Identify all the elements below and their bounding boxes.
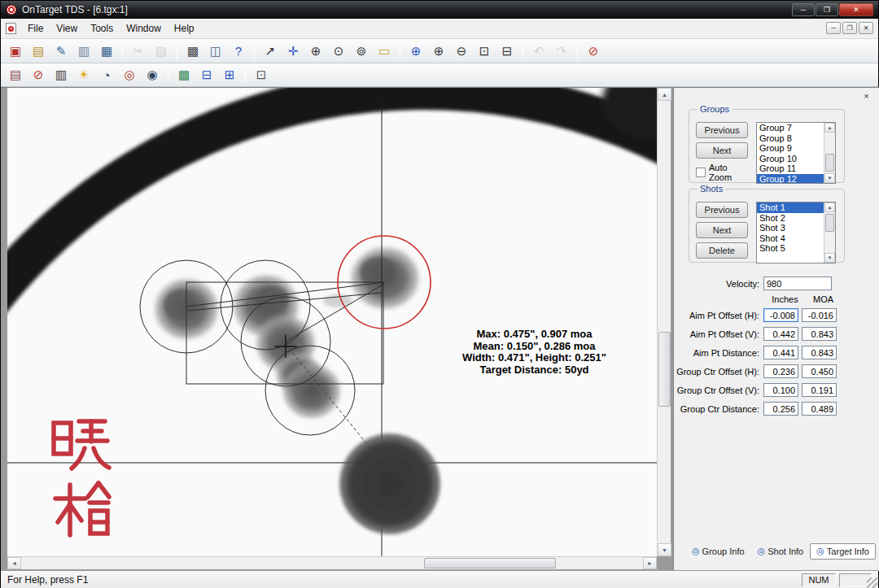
shots-list[interactable]: Shot 1 Shot 2 Shot 3 Shot 4 Shot 5 ▲ ▼ <box>756 202 836 264</box>
group-ctr-distance-moa[interactable] <box>802 402 837 416</box>
detect-shots-icon[interactable]: ⊙ <box>328 41 349 61</box>
new-target-icon[interactable]: ▣ <box>5 41 26 61</box>
shot-list-item[interactable]: Shot 5 <box>757 243 824 254</box>
print-preview-icon[interactable]: ◫ <box>205 41 226 61</box>
horizontal-scroll-thumb[interactable] <box>424 558 556 568</box>
aim-pt-offset-v-inches[interactable] <box>763 327 798 341</box>
shots-previous-button[interactable]: Previous <box>696 202 748 218</box>
print-report-icon[interactable]: ▤ <box>5 65 26 85</box>
auto-zoom-checkbox[interactable] <box>696 168 706 177</box>
group-list-item[interactable]: Group 8 <box>757 133 824 144</box>
group-list-item[interactable]: Group 11 <box>757 163 824 174</box>
shots-scroll-down-icon[interactable]: ▼ <box>824 253 835 263</box>
group-list-item[interactable]: Group 7 <box>757 123 824 133</box>
restore-button[interactable]: ❐ <box>816 3 838 16</box>
aim-pt-offset-h-moa[interactable] <box>802 308 837 322</box>
calibration-icon[interactable]: ▥ <box>50 65 72 85</box>
zoom-in-icon[interactable]: ⊕ <box>405 41 426 61</box>
menu-window[interactable]: Window <box>120 20 168 37</box>
menu-file[interactable]: File <box>21 20 50 37</box>
scroll-down-icon[interactable]: ▼ <box>658 543 671 556</box>
groups-list[interactable]: Group 7 Group 8 Group 9 Group 10 Group 1… <box>756 122 836 184</box>
group-ctr-offset-v-moa[interactable] <box>802 383 837 397</box>
groups-previous-button[interactable]: Previous <box>696 122 748 138</box>
inches-column-header: Inches <box>767 294 802 304</box>
shot-panel-icon[interactable]: ⊞ <box>219 65 240 85</box>
group-ctr-offset-v-inches[interactable] <box>763 383 798 397</box>
edit-target-icon[interactable]: ✎ <box>50 41 72 61</box>
table-row: Aim Pt Offset (V): <box>674 327 879 341</box>
menu-tools[interactable]: Tools <box>84 20 120 37</box>
groups-scroll-thumb[interactable] <box>825 154 834 172</box>
magnify-region-icon[interactable]: ⊚ <box>351 41 372 61</box>
shot-list-item[interactable]: Shot 3 <box>757 223 824 233</box>
brightness-icon[interactable]: ☀ <box>73 65 94 85</box>
print-color-icon[interactable]: ▩ <box>173 65 195 85</box>
groups-scroll-up-icon[interactable]: ▲ <box>824 123 835 133</box>
shot-list-item[interactable]: Shot 2 <box>757 213 824 224</box>
tab-group-info[interactable]: ◎ Group Info <box>685 543 751 560</box>
save-target-icon[interactable]: ▦ <box>96 41 117 61</box>
mdi-close-button[interactable]: ✕ <box>859 22 873 34</box>
group-panel-icon[interactable]: ⊟ <box>196 65 217 85</box>
document-icon[interactable] <box>6 23 16 34</box>
auto-measure-icon[interactable]: ⊕ <box>305 41 326 61</box>
print-setup-icon[interactable]: ▥ <box>73 41 94 61</box>
hide-overlays-icon[interactable]: ⊘ <box>28 65 49 85</box>
velocity-input[interactable] <box>763 277 832 290</box>
mdi-minimize-button[interactable]: ─ <box>826 22 841 34</box>
vertical-scrollbar[interactable]: ▲ ▼ <box>657 88 671 556</box>
open-target-icon[interactable]: ▤ <box>28 41 49 61</box>
aim-pt-offset-h-inches[interactable] <box>763 308 798 322</box>
shots-delete-button[interactable]: Delete <box>696 242 748 259</box>
zoom-window-icon[interactable]: ⊟ <box>496 41 518 61</box>
horizontal-scrollbar[interactable]: ◄ ► <box>7 556 657 569</box>
tab-shot-info[interactable]: ◎ Shot Info <box>751 543 811 560</box>
print-icon[interactable]: ▩ <box>182 41 203 61</box>
aim-pt-distance-moa[interactable] <box>802 346 837 359</box>
panel-close-icon[interactable]: × <box>860 90 872 102</box>
mdi-restore-button[interactable]: ❐ <box>842 22 857 34</box>
menu-view[interactable]: View <box>50 20 84 37</box>
tab-target-info[interactable]: ◎ Target Info <box>810 543 876 560</box>
row-label: Group Ctr Offset (V): <box>674 385 763 395</box>
close-button[interactable]: ✕ <box>839 3 873 16</box>
aim-pt-offset-v-moa[interactable] <box>802 327 837 341</box>
scroll-left-icon[interactable]: ◄ <box>7 557 21 569</box>
zoom-plus-icon[interactable]: ⊕ <box>428 41 449 61</box>
bullet-diameter-icon[interactable]: ◎ <box>119 65 140 85</box>
group-list-item-selected[interactable]: Group 12 <box>757 174 824 184</box>
group-ctr-distance-inches[interactable] <box>763 402 798 416</box>
scroll-up-icon[interactable]: ▲ <box>658 88 671 101</box>
toolbar-separator <box>245 67 246 83</box>
shot-marker-icon[interactable]: ↗ <box>260 41 281 61</box>
vertical-scroll-thumb[interactable] <box>658 332 671 407</box>
shots-next-button[interactable]: Next <box>696 222 748 238</box>
menu-help[interactable]: Help <box>168 20 201 37</box>
group-ctr-offset-h-inches[interactable] <box>763 364 798 378</box>
minimize-button[interactable]: ─ <box>792 3 815 16</box>
ring-size-icon[interactable]: ◉ <box>142 65 163 85</box>
groups-scroll-down-icon[interactable]: ▼ <box>824 173 835 183</box>
scroll-right-icon[interactable]: ► <box>643 557 657 569</box>
horizontal-scroll-track[interactable] <box>21 557 643 569</box>
shot-list-item-selected[interactable]: Shot 1 <box>757 203 824 213</box>
cancel-icon[interactable]: ⊘ <box>583 41 604 61</box>
timer-icon[interactable]: ◔ <box>96 65 117 85</box>
group-ctr-offset-h-moa[interactable] <box>802 364 837 378</box>
shots-scroll-thumb[interactable] <box>825 214 834 232</box>
groups-next-button[interactable]: Next <box>696 142 748 159</box>
shot-list-item[interactable]: Shot 4 <box>757 233 824 244</box>
zoom-fit-icon[interactable]: ⊡ <box>474 41 495 61</box>
target-canvas[interactable]: Max: 0.475", 0.907 moa Mean: 0.150", 0.2… <box>7 88 657 556</box>
ruler-icon[interactable]: ▭ <box>374 41 395 61</box>
aim-pt-distance-inches[interactable] <box>763 346 798 359</box>
group-list-item[interactable]: Group 9 <box>757 143 824 154</box>
resize-grip[interactable] <box>867 577 877 588</box>
group-list-item[interactable]: Group 10 <box>757 154 824 164</box>
calculator-icon[interactable]: ⊡ <box>251 65 272 85</box>
zoom-out-icon[interactable]: ⊖ <box>451 41 472 61</box>
shots-scroll-up-icon[interactable]: ▲ <box>824 203 835 212</box>
aim-point-icon[interactable]: ✛ <box>282 41 304 61</box>
help-icon[interactable]: ? <box>228 41 249 61</box>
